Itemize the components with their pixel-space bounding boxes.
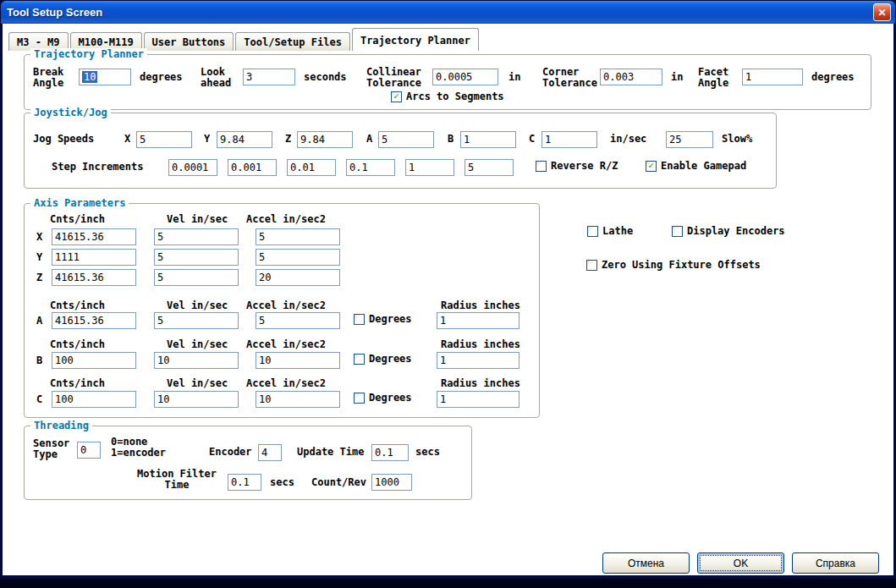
count-per-rev-input[interactable]	[371, 474, 412, 491]
break-angle-input[interactable]: 10	[79, 69, 131, 85]
count-per-rev-label: Count/Rev	[311, 477, 366, 488]
axis-b-accel-input[interactable]	[256, 352, 340, 369]
step-increment-1-input[interactable]	[168, 159, 217, 176]
facet-angle-label: Facet Angle	[698, 67, 728, 89]
tab-tool-setup-files[interactable]: Tool/Setup Files	[235, 32, 350, 51]
ok-button[interactable]: OK	[697, 552, 784, 574]
display-encoders-checkbox[interactable]: ✓	[672, 226, 683, 237]
tab-trajectory-planner[interactable]: Trajectory Planner	[352, 28, 479, 51]
axis-b-cnts-input[interactable]	[52, 352, 136, 369]
axis-c-radius-input[interactable]	[437, 391, 519, 408]
axis-z-accel-input[interactable]	[256, 269, 340, 286]
a-header-vel: Vel in/sec	[167, 300, 228, 311]
update-time-unit: secs	[415, 447, 440, 458]
motion-filter-time-input[interactable]	[228, 474, 261, 491]
collinear-tolerance-unit: in	[508, 72, 520, 83]
axis-c-accel-input[interactable]	[256, 391, 340, 408]
axis-z-cnts-input[interactable]	[52, 269, 136, 286]
look-ahead-input[interactable]	[243, 69, 295, 85]
lathe-checkbox[interactable]: ✓	[587, 226, 598, 237]
c-header-cnts: Cnts/inch	[50, 378, 105, 389]
axis-a-degrees-label: Degrees	[369, 313, 412, 325]
axis-b-degrees-checkbox[interactable]: ✓	[354, 354, 365, 365]
axis-c-vel-input[interactable]	[154, 391, 239, 408]
title-bar: Tool Setup Screen ✕	[1, 1, 895, 24]
axis-c-label: C	[36, 394, 42, 405]
cancel-button[interactable]: Отмена	[602, 552, 690, 574]
look-ahead-unit: seconds	[304, 72, 347, 83]
axis-x-cnts-input[interactable]	[52, 228, 136, 245]
slow-percent-input[interactable]	[666, 131, 713, 148]
axis-c-degrees-label: Degrees	[369, 392, 412, 404]
axis-a-radius-input[interactable]	[437, 312, 519, 329]
axis-c-degrees-option: ✓ Degrees	[354, 392, 412, 404]
jog-axis-y-label: Y	[204, 134, 210, 145]
break-angle-unit: degrees	[140, 72, 183, 83]
window-title: Tool Setup Screen	[7, 6, 102, 19]
axis-a-degrees-checkbox[interactable]: ✓	[354, 314, 365, 325]
collinear-tolerance-input[interactable]	[432, 69, 498, 85]
b-header-vel: Vel in/sec	[167, 339, 228, 350]
step-increment-4-input[interactable]	[346, 159, 395, 176]
xyz-header-cnts: Cnts/inch	[50, 214, 105, 225]
reverse-rz-option: ✓ Reverse R/Z	[536, 160, 618, 172]
b-header-accel: Accel in/sec2	[246, 339, 326, 350]
enable-gamepad-checkbox[interactable]: ✓	[646, 161, 657, 172]
jog-speed-z-input[interactable]	[297, 131, 353, 148]
update-time-input[interactable]	[371, 444, 409, 461]
sensor-type-label: Sensor Type	[33, 438, 69, 460]
trajectory-planner-group-title: Trajectory Planner	[30, 48, 147, 61]
reverse-rz-label: Reverse R/Z	[551, 160, 618, 172]
jog-axis-a-label: A	[366, 134, 372, 145]
axis-x-vel-input[interactable]	[154, 228, 239, 245]
zero-using-fixture-offsets-checkbox[interactable]: ✓	[586, 260, 597, 271]
axis-a-vel-input[interactable]	[154, 312, 239, 329]
axis-b-vel-input[interactable]	[154, 352, 239, 369]
jog-axis-x-label: X	[124, 134, 130, 145]
facet-angle-input[interactable]	[742, 69, 803, 85]
axis-c-cnts-input[interactable]	[52, 391, 136, 408]
motion-filter-time-unit: secs	[270, 477, 294, 488]
step-increment-3-input[interactable]	[287, 159, 336, 176]
jog-speed-b-input[interactable]	[460, 131, 516, 148]
axis-a-label: A	[36, 316, 42, 327]
corner-tolerance-label: Corner Tolerance	[542, 67, 597, 89]
jog-speed-a-input[interactable]	[378, 131, 434, 148]
break-angle-label: Break Angle	[33, 67, 63, 89]
reverse-rz-checkbox[interactable]: ✓	[536, 161, 547, 172]
step-increment-6-input[interactable]	[464, 159, 514, 176]
axis-y-cnts-input[interactable]	[52, 249, 136, 266]
encoder-input[interactable]	[258, 444, 282, 461]
axis-y-label: Y	[36, 252, 42, 263]
axis-z-vel-input[interactable]	[154, 269, 239, 286]
corner-tolerance-input[interactable]	[600, 69, 662, 85]
tab-user-buttons[interactable]: User Buttons	[144, 32, 234, 51]
arcs-to-segments-checkbox[interactable]: ✓	[391, 91, 402, 102]
jog-speed-c-input[interactable]	[541, 131, 597, 148]
joystick-jog-group: Joystick/Jog Jog Speeds X Y Z A B C in/s…	[24, 113, 777, 189]
display-encoders-option: ✓ Display Encoders	[672, 225, 785, 237]
b-header-radius: Radius inches	[441, 339, 520, 350]
display-encoders-label: Display Encoders	[687, 225, 785, 237]
help-button[interactable]: Справка	[792, 552, 879, 574]
axis-b-label: B	[36, 355, 42, 366]
update-time-label: Update Time	[297, 447, 364, 458]
axis-x-accel-input[interactable]	[256, 228, 340, 245]
axis-b-radius-input[interactable]	[437, 352, 519, 369]
axis-y-accel-input[interactable]	[256, 249, 340, 266]
step-increment-2-input[interactable]	[228, 159, 277, 176]
axis-a-accel-input[interactable]	[256, 312, 340, 329]
close-button[interactable]: ✕	[873, 3, 891, 21]
look-ahead-label: Look ahead	[201, 67, 231, 89]
axis-y-vel-input[interactable]	[154, 249, 239, 266]
facet-angle-unit: degrees	[811, 72, 855, 83]
jog-speed-y-input[interactable]	[217, 131, 272, 148]
axis-a-cnts-input[interactable]	[52, 312, 136, 329]
sensor-type-input[interactable]	[77, 442, 101, 459]
axis-c-degrees-checkbox[interactable]: ✓	[354, 393, 365, 404]
step-increment-5-input[interactable]	[405, 159, 454, 176]
tab-strip: M3 - M9 M100-M119 User Buttons Tool/Setu…	[8, 27, 481, 51]
collinear-tolerance-label: Collinear Tolerance	[366, 67, 421, 89]
xyz-header-accel: Accel in/sec2	[246, 214, 326, 225]
jog-speed-x-input[interactable]	[136, 131, 192, 148]
